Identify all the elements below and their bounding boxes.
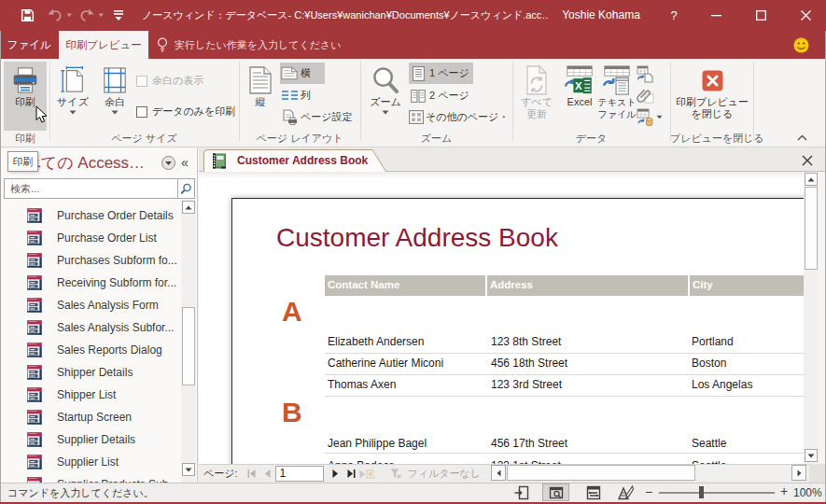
- minimize-button[interactable]: [695, 0, 736, 31]
- show-margins-checkbox[interactable]: 余白の表示: [136, 74, 203, 88]
- saved-exports-icon: [637, 65, 654, 83]
- excel-icon: X: [564, 64, 595, 96]
- nav-item[interactable]: Sales Analysis Subfor...: [2, 316, 180, 339]
- nav-search-box[interactable]: 検索...: [4, 178, 195, 199]
- first-page-button[interactable]: [244, 466, 259, 482]
- nav-item[interactable]: Sales Reports Dialog: [2, 339, 180, 361]
- print-preview-canvas[interactable]: Customer Address Book Contact Name Addre…: [199, 172, 804, 464]
- layout-view-button[interactable]: [586, 485, 601, 500]
- qat-customize-icon[interactable]: [112, 10, 125, 21]
- nav-item[interactable]: Receiving Subform for...: [2, 272, 180, 294]
- print-preview-view-button[interactable]: [542, 483, 569, 501]
- report-view-button[interactable]: [514, 485, 529, 500]
- close-button[interactable]: [785, 0, 826, 31]
- dropdown-arrow-icon: [382, 110, 389, 115]
- document-close-button[interactable]: [798, 151, 817, 170]
- feedback-smiley-icon[interactable]: [793, 37, 809, 53]
- tell-me-label: 実行したい作業を入力してください: [175, 38, 342, 52]
- horizontal-scroll-thumb[interactable]: [507, 465, 695, 481]
- nav-item[interactable]: Supplier List: [2, 451, 180, 473]
- tab-file[interactable]: ファイル: [0, 31, 58, 59]
- zoom-slider-track[interactable]: [659, 492, 775, 494]
- more-export-icon: [637, 108, 654, 126]
- preview-scroll-up-button[interactable]: [805, 173, 818, 186]
- size-button[interactable]: サイズ: [52, 62, 93, 131]
- nav-item[interactable]: Shipper Details: [2, 361, 180, 384]
- one-page-button[interactable]: 1 ページ: [409, 63, 473, 84]
- tell-me-box[interactable]: 実行したい作業を入力してください: [157, 31, 342, 59]
- refresh-all-label-2: 更新: [526, 108, 547, 119]
- export-excel-button[interactable]: X Excel: [560, 62, 599, 131]
- close-print-preview-button[interactable]: 印刷プレビューを閉じる: [675, 62, 749, 131]
- refresh-all-button[interactable]: すべて更新: [515, 62, 558, 131]
- portrait-button[interactable]: 縦: [242, 62, 279, 131]
- nav-item[interactable]: Sales Analysis Form: [2, 294, 180, 316]
- zoom-slider-thumb[interactable]: [699, 486, 704, 498]
- document-tab[interactable]: Customer Address Book: [203, 149, 390, 173]
- next-page-button[interactable]: [328, 466, 343, 482]
- nav-scroll-down-button[interactable]: [182, 463, 195, 476]
- nav-item[interactable]: Shipper List: [2, 384, 180, 406]
- nav-item[interactable]: Supplier Details: [2, 428, 180, 451]
- nav-scrollbar[interactable]: [181, 200, 196, 483]
- nav-scroll-thumb[interactable]: [182, 307, 195, 385]
- design-view-button[interactable]: [618, 485, 633, 500]
- export-textfile-button[interactable]: テキストファイル: [597, 62, 637, 131]
- margins-button[interactable]: 余白: [94, 62, 135, 131]
- text-file-icon: [601, 64, 633, 96]
- landscape-button[interactable]: 横: [280, 63, 325, 84]
- report-view-icon: [514, 485, 529, 500]
- two-pages-button[interactable]: 2 ページ: [409, 85, 473, 106]
- last-page-button[interactable]: [343, 466, 359, 482]
- report-cell: Seattle: [692, 437, 726, 450]
- navigation-pane: すべての Access… « 検索... Purchase Order Deta…: [1, 148, 198, 483]
- zoom-in-button[interactable]: +: [780, 483, 788, 498]
- nav-menu-dropdown-icon[interactable]: [161, 156, 175, 170]
- help-button[interactable]: ?: [663, 0, 685, 31]
- nav-item-label: Supplier List: [57, 455, 119, 469]
- tab-print-preview[interactable]: 印刷プレビュー: [59, 31, 148, 59]
- record-nav-label: ページ:: [203, 467, 238, 481]
- more-pages-button[interactable]: その他のページ: [409, 106, 506, 128]
- more-export-button[interactable]: [637, 108, 665, 127]
- nav-item[interactable]: Startup Screen: [2, 406, 180, 428]
- scroll-left-button[interactable]: [491, 465, 506, 481]
- report-cell: Portland: [692, 335, 734, 348]
- scroll-right-button[interactable]: [791, 465, 806, 481]
- dropdown-arrow-icon: [502, 115, 506, 119]
- row-separator: [325, 396, 804, 397]
- zoom-percentage[interactable]: 100%: [793, 486, 822, 499]
- maximize-button[interactable]: [740, 0, 781, 31]
- previous-page-button[interactable]: [259, 466, 275, 482]
- save-icon[interactable]: [21, 8, 35, 22]
- nav-item[interactable]: Purchase Order List: [2, 227, 180, 249]
- nav-item-label: Receiving Subform for...: [57, 276, 176, 289]
- preview-scroll-down-button[interactable]: [805, 449, 818, 462]
- nav-item[interactable]: Purchases Subform fo...: [2, 249, 180, 272]
- print-data-only-checkbox[interactable]: データのみを印刷: [136, 105, 235, 119]
- columns-button[interactable]: 列: [280, 85, 325, 106]
- nav-item[interactable]: Purchase Order Details: [2, 204, 180, 227]
- nav-scroll-up-button[interactable]: [182, 201, 195, 214]
- undo-icon[interactable]: [48, 8, 73, 22]
- redo-icon[interactable]: [79, 8, 105, 22]
- current-page-field[interactable]: 1: [275, 466, 324, 482]
- nav-collapse-button[interactable]: «: [181, 155, 189, 170]
- attachments-button[interactable]: [637, 87, 655, 105]
- zoom-button[interactable]: ズーム: [364, 62, 407, 131]
- collapse-ribbon-icon[interactable]: [797, 134, 807, 141]
- preview-vertical-scrollbar[interactable]: [804, 172, 819, 464]
- horizontal-scrollbar[interactable]: [491, 465, 825, 481]
- new-record-button[interactable]: [359, 466, 375, 482]
- nav-item-label: Shipper Details: [57, 366, 133, 379]
- group-label-pagesize: ページ サイズ: [49, 132, 239, 146]
- saved-exports-button[interactable]: [637, 65, 655, 84]
- preview-scroll-thumb[interactable]: [805, 187, 818, 270]
- page-setup-button[interactable]: ページ設定: [280, 106, 357, 128]
- form-icon: [27, 410, 42, 425]
- search-button[interactable]: [177, 179, 194, 198]
- account-name[interactable]: Yoshie Kohama: [558, 0, 644, 31]
- filter-toggle-button[interactable]: [388, 466, 404, 482]
- nav-item[interactable]: Supplier Products Sub...: [2, 473, 180, 483]
- zoom-out-button[interactable]: −: [645, 484, 652, 499]
